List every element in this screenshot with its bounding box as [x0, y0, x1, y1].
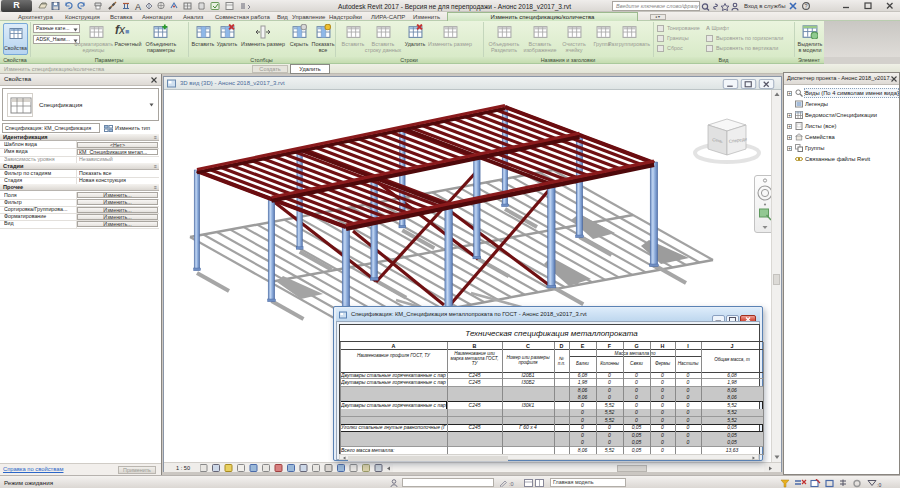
svg-text:?: ? — [805, 3, 808, 9]
svg-text:A: A — [135, 2, 141, 12]
svg-text::0: :0 — [877, 482, 881, 488]
svg-text::0: :0 — [509, 481, 514, 487]
